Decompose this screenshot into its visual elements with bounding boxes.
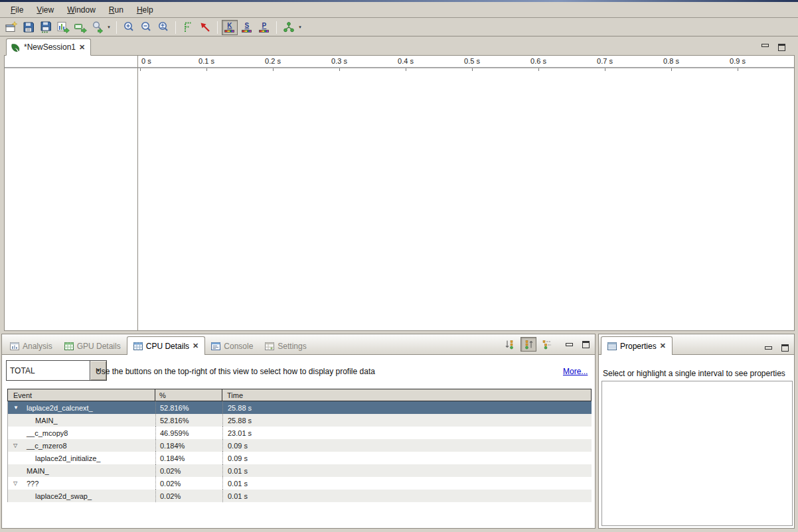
- maximize-icon[interactable]: [582, 341, 590, 348]
- k-mode-button[interactable]: K: [222, 20, 238, 35]
- tab-properties[interactable]: Properties ✕: [601, 336, 673, 355]
- event-percent: 0.184%: [155, 439, 222, 452]
- zoom-in-button[interactable]: [121, 20, 137, 35]
- p-mode-icon: P: [257, 21, 272, 34]
- table-row[interactable]: ▽??? 0.02% 0.01 s: [8, 477, 592, 490]
- new-window-icon: [5, 21, 18, 34]
- flat-list-icon: [542, 339, 552, 350]
- search-dropdown-caret-icon[interactable]: ▼: [107, 25, 111, 29]
- search-run-button[interactable]: [90, 20, 106, 35]
- column-header-percent[interactable]: %: [155, 389, 222, 401]
- menu-view[interactable]: View: [30, 3, 60, 17]
- floppy-save-as-icon: [39, 21, 52, 34]
- zoom-out-button[interactable]: [138, 20, 154, 35]
- timeline-canvas[interactable]: 0 s 0.1 s 0.2 s 0.3 s 0.4 s 0.5 s 0.6 s …: [4, 55, 795, 331]
- p-mode-button[interactable]: P: [256, 20, 272, 35]
- marker-flag-button[interactable]: [180, 20, 196, 35]
- event-name: ???: [8, 480, 39, 488]
- table-row[interactable]: MAIN_ 52.816% 25.88 s: [8, 414, 592, 427]
- event-name: MAIN_: [8, 417, 58, 425]
- menu-window[interactable]: Window: [60, 3, 102, 17]
- session-leaf-icon: [11, 42, 21, 52]
- tab-new-session[interactable]: *NewSession1 ✕: [6, 38, 91, 56]
- column-header-event[interactable]: Event: [8, 389, 155, 401]
- event-time: 0.09 s: [222, 439, 592, 452]
- table-row[interactable]: __c_mcopy8 46.959% 23.01 s: [8, 427, 592, 439]
- close-icon[interactable]: ✕: [660, 342, 666, 350]
- cpu-details-icon: [133, 342, 143, 350]
- table-body: ▼laplace2d_calcnext_ 52.816% 25.88 s MAI…: [7, 401, 592, 502]
- event-time: 23.01 s: [222, 427, 592, 439]
- properties-content-box: [601, 381, 793, 526]
- tab-cpu-details[interactable]: CPU Details ✕: [127, 336, 206, 355]
- tree-dropdown-caret-icon[interactable]: ▼: [298, 25, 302, 29]
- tab-analysis[interactable]: Analysis: [4, 338, 58, 354]
- ruler-tick: 0.5 s: [464, 57, 480, 65]
- minimize-icon[interactable]: [765, 346, 772, 350]
- tab-label: Analysis: [23, 342, 52, 351]
- ruler-tick: 0.2 s: [265, 57, 281, 65]
- properties-panel: Properties ✕ Select or highlight a singl…: [598, 334, 795, 529]
- event-time: 0.01 s: [222, 464, 592, 477]
- bottom-up-view-button[interactable]: [520, 337, 536, 352]
- tab-console[interactable]: Console: [205, 338, 259, 354]
- timeline-export-button[interactable]: [72, 20, 88, 35]
- s-mode-icon: S: [240, 21, 254, 34]
- tab-label: GPU Details: [77, 342, 121, 351]
- tab-gpu-details[interactable]: GPU Details: [58, 338, 127, 354]
- zoom-fit-button[interactable]: [155, 20, 171, 35]
- table-header: Event % Time: [7, 389, 592, 401]
- ruler-tick-mark: [206, 68, 207, 71]
- minimize-icon[interactable]: [566, 343, 573, 346]
- s-mode-button[interactable]: S: [239, 20, 255, 35]
- expander-icon[interactable]: ▼: [13, 401, 19, 414]
- ruler-tick-mark: [671, 68, 672, 71]
- table-row[interactable]: laplace2d_initialize_ 0.184% 0.09 s: [8, 452, 592, 464]
- cpu-details-panel: Analysis GPU Details CPU Details ✕ Conso…: [1, 334, 596, 529]
- toolbar-separator: [116, 21, 117, 34]
- event-name: __c_mcopy8: [8, 429, 68, 437]
- table-row[interactable]: ▽__c_mzero8 0.184% 0.09 s: [8, 439, 592, 452]
- event-time: 25.88 s: [222, 401, 592, 414]
- save-button[interactable]: [21, 20, 37, 35]
- editor-tab-bar: *NewSession1 ✕: [4, 37, 795, 55]
- maximize-icon[interactable]: [781, 344, 789, 352]
- names-column-divider[interactable]: [137, 56, 138, 330]
- timeline-editor: *NewSession1 ✕ 0 s 0.1 s 0.2 s 0.3 s 0.4…: [4, 37, 795, 331]
- save-as-button[interactable]: [38, 20, 54, 35]
- menu-run[interactable]: Run: [102, 3, 130, 17]
- main-toolbar: ▼ K S P: [0, 19, 798, 36]
- display-mode-combobox[interactable]: TOTAL ▼: [6, 360, 107, 381]
- event-percent: 52.816%: [155, 414, 222, 427]
- close-icon[interactable]: ✕: [193, 342, 199, 350]
- toolbar-separator: [276, 21, 277, 34]
- tree-down-icon: [505, 339, 515, 350]
- new-session-button[interactable]: [3, 20, 19, 35]
- close-icon[interactable]: ✕: [79, 44, 85, 51]
- menu-help[interactable]: Help: [130, 3, 160, 17]
- table-row[interactable]: MAIN_ 0.02% 0.01 s: [8, 464, 592, 477]
- code-structure-view-button[interactable]: [539, 337, 555, 352]
- menu-file[interactable]: File: [4, 3, 30, 17]
- properties-tab-bar: Properties ✕: [599, 334, 794, 355]
- chart-export-button[interactable]: [55, 20, 71, 35]
- minimize-icon[interactable]: [761, 44, 769, 47]
- table-row[interactable]: ▼laplace2d_calcnext_ 52.816% 25.88 s: [8, 401, 592, 414]
- analysis-tree-button[interactable]: [281, 20, 297, 35]
- ruler-tick-mark: [538, 68, 539, 71]
- event-name: MAIN_: [8, 467, 49, 475]
- ruler-tick: 0.7 s: [597, 57, 613, 65]
- bottom-tab-bar: Analysis GPU Details CPU Details ✕ Conso…: [2, 334, 595, 355]
- expander-icon[interactable]: ▽: [13, 477, 17, 490]
- marker-arrow-button[interactable]: [197, 20, 213, 35]
- table-row[interactable]: laplace2d_swap_ 0.02% 0.01 s: [8, 490, 592, 502]
- tab-settings[interactable]: Settings: [259, 338, 312, 354]
- column-header-time[interactable]: Time: [222, 389, 591, 401]
- event-percent: 0.02%: [155, 477, 222, 490]
- more-link[interactable]: More...: [563, 367, 588, 376]
- zoom-in-icon: [122, 21, 135, 34]
- expander-icon[interactable]: ▽: [13, 439, 17, 452]
- top-down-view-button[interactable]: [502, 337, 518, 352]
- maximize-icon[interactable]: [778, 44, 785, 51]
- ruler-tick: 0.9 s: [730, 57, 746, 65]
